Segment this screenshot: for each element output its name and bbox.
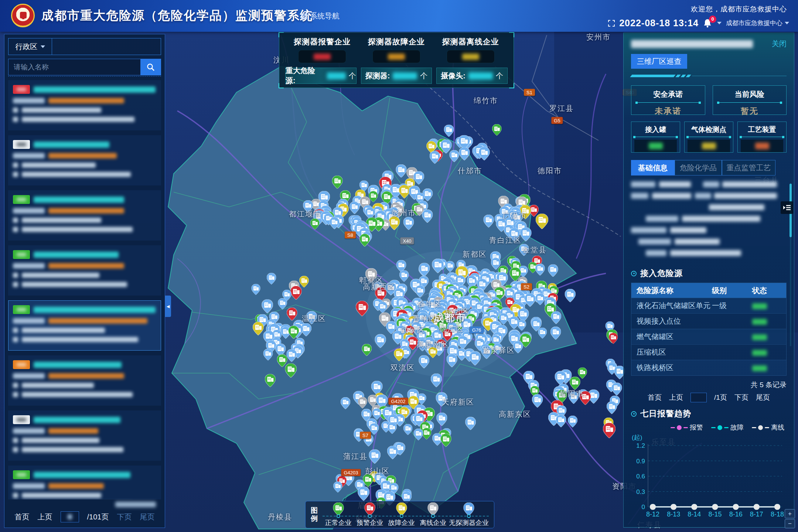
- region-filter-input[interactable]: [52, 38, 161, 55]
- region-filter-dropdown[interactable]: 行政区: [8, 38, 52, 55]
- enterprise-card[interactable]: [8, 466, 161, 499]
- enterprise-card-list: [8, 80, 161, 499]
- road-badge: S2: [521, 283, 532, 290]
- map-legend-item: 正常企业: [323, 501, 354, 528]
- enterprise-title-redacted: [631, 40, 753, 48]
- road-badge: S1: [524, 89, 535, 96]
- 3d-plant-tour-button[interactable]: 三维厂区巡查: [631, 54, 687, 69]
- enterprise-detail-panel: 关闭 三维厂区巡查 安全承诺 未承诺 当前风险 暂无 接入罐气体检测点工艺装置 …: [623, 33, 794, 528]
- detector-stats-panel: 探测器报警企业探测器故障企业探测器离线企业 重大危险源:个探测器:个摄像头:个: [279, 33, 514, 88]
- detector-stat: 探测器报警企业: [285, 37, 359, 63]
- svg-text:8-18: 8-18: [771, 511, 784, 518]
- enterprise-card[interactable]: [8, 135, 161, 185]
- road-badge: S8: [345, 232, 356, 239]
- svg-text:0.6: 0.6: [636, 473, 645, 480]
- status-tag: [13, 85, 30, 94]
- hazard-table-row[interactable]: 液化石油气储罐区单元一级: [631, 298, 786, 313]
- road-badge: G4203: [341, 469, 361, 476]
- svg-text:8-12: 8-12: [646, 511, 659, 518]
- system-nav-label: 系统导航: [310, 11, 340, 21]
- org-dropdown[interactable]: 成都市应急救援中心: [726, 19, 789, 27]
- counter-box: 探测器:个: [361, 68, 432, 84]
- hazard-table-row[interactable]: 压缩机区: [631, 344, 786, 360]
- sidebar-collapse-button[interactable]: ◀: [165, 296, 171, 317]
- hazard-table: 危险源名称级别状态 液化石油气储罐区单元一级视频接入点位燃气储罐区压缩机区铁路栈…: [631, 283, 787, 376]
- panel-toggle-button[interactable]: [781, 201, 793, 214]
- system-nav-button[interactable]: 系统导航: [301, 11, 340, 21]
- notification-bell-icon[interactable]: 0: [703, 18, 713, 28]
- tab-key-processes[interactable]: 重点监管工艺: [722, 160, 775, 175]
- map-zoom-in-button[interactable]: +: [785, 509, 795, 518]
- enterprise-card[interactable]: [8, 355, 161, 406]
- last-page-link[interactable]: 尾页: [140, 512, 154, 522]
- enterprise-card[interactable]: [8, 410, 161, 461]
- page-number-input[interactable]: [61, 511, 79, 522]
- enterprise-card[interactable]: [8, 245, 161, 296]
- map-zoom-out-button[interactable]: −: [785, 519, 795, 528]
- fullscreen-icon[interactable]: [608, 20, 615, 27]
- search-input[interactable]: [8, 59, 140, 75]
- safety-commitment-box: 安全承诺 未承诺: [631, 85, 705, 115]
- map-place-label: 安州市: [586, 32, 611, 42]
- legend-item: 故障: [711, 423, 744, 432]
- road-badge: G4202: [388, 398, 408, 405]
- search-button[interactable]: [140, 59, 161, 75]
- page-number-input[interactable]: [690, 393, 707, 402]
- status-tag: [13, 360, 30, 369]
- welcome-text: 欢迎您，成都市应急救援中心: [691, 4, 787, 14]
- map-place-label: 罗江县: [549, 103, 574, 113]
- counter-box: 重大危险源:个: [285, 68, 357, 84]
- hazard-table-row[interactable]: 燃气储罐区: [631, 329, 786, 344]
- map-place-label: 都江堰市: [289, 209, 321, 219]
- search-icon: [147, 63, 155, 71]
- map-place-label: 绵竹市: [474, 96, 498, 106]
- enterprise-card[interactable]: [8, 190, 161, 241]
- map-place-label: 彭山区: [365, 466, 390, 476]
- hazard-section-title: 接入危险源: [640, 268, 683, 279]
- enterprise-card[interactable]: [8, 300, 161, 351]
- map-place-label: 丹棱县: [268, 512, 292, 522]
- svg-text:8-14: 8-14: [688, 511, 701, 518]
- map-place-label: 锦江区: [439, 324, 464, 334]
- detail-pagination: 首页 上页 /1页 下页 尾页: [631, 393, 787, 402]
- prev-page-link[interactable]: 上页: [669, 393, 683, 402]
- map-place-label: 高新西区: [363, 282, 395, 292]
- close-panel-button[interactable]: 关闭: [772, 39, 787, 49]
- pin-icon: [333, 502, 344, 516]
- sidebar-pagination: 首页 上页 /101页 下页 尾页: [8, 508, 161, 525]
- map-place-label: 广汉市: [502, 211, 527, 221]
- hazard-table-row[interactable]: 视频接入点位: [631, 313, 786, 329]
- status-tag: [13, 470, 30, 479]
- tab-basic-info[interactable]: 基础信息: [631, 160, 675, 175]
- road-badge: S7: [360, 432, 371, 439]
- last-page-link[interactable]: 尾页: [756, 393, 770, 402]
- next-page-link[interactable]: 下页: [117, 512, 132, 522]
- pin-icon: [427, 502, 439, 516]
- first-page-link[interactable]: 首页: [648, 393, 662, 402]
- map-place-label: 高新东区: [499, 409, 531, 419]
- next-page-link[interactable]: 下页: [734, 393, 748, 402]
- status-tag: [13, 415, 30, 424]
- svg-text:0.9: 0.9: [636, 458, 645, 465]
- trend-section-title: 七日报警趋势: [640, 408, 691, 419]
- map-place-label: 青白江区: [489, 235, 522, 245]
- pin-icon: [463, 502, 474, 516]
- map-place-label: 武侯区: [401, 325, 425, 335]
- first-page-link[interactable]: 首页: [15, 512, 30, 522]
- safety-commitment-value: 未承诺: [631, 106, 705, 117]
- svg-text:8-13: 8-13: [667, 511, 680, 518]
- sidebar-records-redacted: [8, 499, 161, 508]
- svg-text:0: 0: [642, 504, 645, 511]
- map-legend-item: 预警企业: [354, 501, 386, 528]
- current-risk-box: 当前风险 暂无: [713, 85, 787, 115]
- safety-commitment-title: 安全承诺: [631, 89, 705, 99]
- hazard-table-row[interactable]: 铁路栈桥区: [631, 360, 786, 375]
- prev-page-link[interactable]: 上页: [38, 512, 52, 522]
- enterprise-card[interactable]: [8, 80, 161, 130]
- page-suffix: /1页: [714, 393, 727, 402]
- map-place-label: 简阳市: [560, 389, 584, 399]
- tab-hazardous-chemicals[interactable]: 危险化学品: [675, 160, 722, 175]
- road-badge: G5: [551, 117, 563, 124]
- map-place-label: 高新南区: [417, 340, 449, 349]
- section-bullet-icon: [631, 411, 637, 417]
